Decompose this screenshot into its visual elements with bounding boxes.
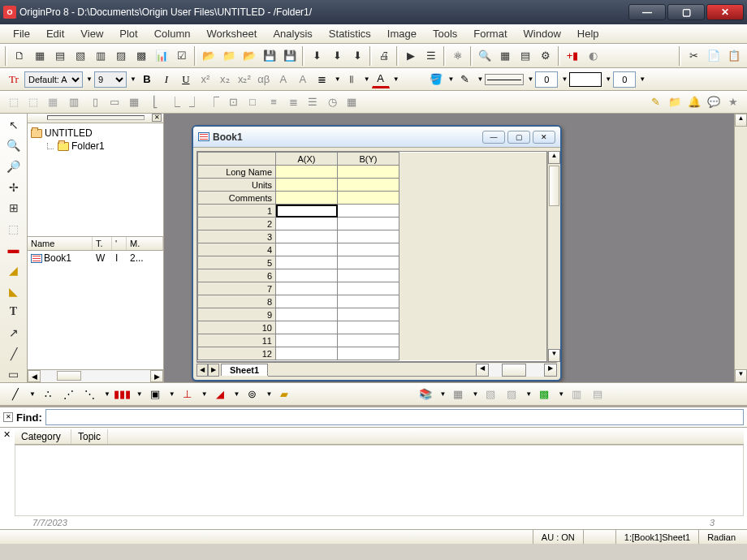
row-header[interactable]: 11 bbox=[198, 334, 276, 347]
chevron-down-icon[interactable]: ▼ bbox=[130, 75, 136, 83]
justify-icon[interactable]: ⫴ bbox=[343, 71, 361, 88]
find-close-icon[interactable]: ✕ bbox=[3, 412, 13, 422]
chevron-down-icon[interactable]: ▼ bbox=[335, 75, 341, 83]
fill-color-icon[interactable]: 🪣 bbox=[427, 71, 445, 88]
row-header[interactable]: 10 bbox=[198, 321, 276, 334]
chevron-down-icon[interactable]: ▼ bbox=[558, 390, 564, 398]
template-icon[interactable]: ☑ bbox=[172, 46, 192, 66]
italic-button[interactable]: I bbox=[158, 71, 175, 88]
col-category[interactable]: Category bbox=[15, 429, 71, 444]
mask2-icon[interactable]: ⬚ bbox=[24, 93, 42, 111]
bell-icon[interactable]: 🔔 bbox=[685, 93, 703, 111]
col-topic[interactable]: Topic bbox=[71, 429, 108, 444]
chevron-down-icon[interactable]: ▼ bbox=[104, 390, 110, 398]
results-close-icon[interactable]: ✕ bbox=[3, 429, 11, 437]
chevron-down-icon[interactable]: ▼ bbox=[364, 75, 370, 83]
decrease-font-icon[interactable]: A bbox=[294, 71, 312, 88]
line-color-icon[interactable]: ✎ bbox=[456, 71, 474, 88]
worksheet-grid[interactable]: A(X) B(Y) Long Name Units Comments 1 2 3… bbox=[196, 151, 547, 362]
find-input[interactable] bbox=[45, 409, 744, 425]
mask-icon[interactable]: ⬚ bbox=[5, 93, 23, 111]
row-header[interactable]: 3 bbox=[198, 230, 276, 243]
column-header-b[interactable]: B(Y) bbox=[338, 153, 399, 166]
save-icon[interactable]: 💾 bbox=[260, 46, 279, 66]
line-width-input[interactable] bbox=[535, 71, 558, 88]
menu-worksheet[interactable]: Worksheet bbox=[199, 26, 266, 41]
tree-project-node[interactable]: UNTITLED bbox=[29, 127, 162, 140]
column-plot-icon[interactable]: ▮▮▮ bbox=[114, 386, 132, 403]
import-multi-icon[interactable]: ⬇ bbox=[348, 46, 367, 66]
subscript-icon[interactable]: x₂ bbox=[216, 71, 234, 88]
vector-icon[interactable]: ▥ bbox=[568, 386, 585, 403]
open-template-icon[interactable]: 📁 bbox=[219, 46, 239, 66]
chevron-down-icon[interactable]: ▼ bbox=[639, 75, 646, 83]
duplicate-icon[interactable]: ☰ bbox=[421, 46, 441, 66]
import-single-icon[interactable]: ⬇ bbox=[327, 46, 347, 66]
explorer-list-body[interactable]: Book1 W I 2... bbox=[28, 251, 163, 369]
chevron-down-icon[interactable]: ▼ bbox=[448, 75, 455, 83]
sheet-vscroll[interactable]: ▲ ▼ bbox=[547, 151, 560, 362]
zoom-in-icon[interactable]: 🔍 bbox=[6, 138, 22, 154]
workbook-window[interactable]: Book1 — ▢ ✕ A(X) B(Y) bbox=[192, 125, 562, 381]
border-all-icon[interactable]: ⊡ bbox=[224, 93, 242, 111]
underline-button[interactable]: U bbox=[177, 71, 195, 88]
zoom-out-icon[interactable]: 🔎 bbox=[6, 158, 22, 174]
star-icon[interactable]: ★ bbox=[724, 93, 742, 111]
line-plot-icon[interactable]: ╱ bbox=[6, 386, 24, 403]
results-log-icon[interactable]: ◐ bbox=[583, 46, 602, 66]
mdi-close-button[interactable]: ✕ bbox=[533, 131, 555, 144]
menu-window[interactable]: Window bbox=[516, 26, 569, 41]
chevron-down-icon[interactable]: ▼ bbox=[234, 390, 240, 398]
new-layout-icon[interactable]: ▨ bbox=[111, 46, 131, 66]
chevron-down-icon[interactable]: ▼ bbox=[527, 75, 533, 83]
chevron-down-icon[interactable]: ▼ bbox=[393, 75, 399, 83]
chevron-down-icon[interactable]: ▼ bbox=[266, 390, 273, 398]
draw-data-icon[interactable]: ◣ bbox=[6, 283, 22, 299]
list-item[interactable]: Book1 W I 2... bbox=[28, 251, 163, 265]
font-size-select[interactable]: 9 bbox=[94, 71, 127, 88]
row-header[interactable]: 8 bbox=[198, 295, 276, 308]
folder-yellow-icon[interactable]: 📁 bbox=[666, 93, 684, 111]
hscroll-right-icon[interactable]: ▶ bbox=[544, 364, 557, 377]
scroll-left-icon[interactable]: ◀ bbox=[28, 370, 41, 382]
color-swatch[interactable] bbox=[569, 72, 602, 87]
template-lib-icon[interactable]: 📚 bbox=[417, 386, 434, 403]
new-workbook-icon[interactable]: ▦ bbox=[30, 46, 50, 66]
increase-font-icon[interactable]: A bbox=[274, 71, 292, 88]
slide-show-icon[interactable]: ▶ bbox=[401, 46, 421, 66]
menu-tools[interactable]: Tools bbox=[425, 26, 465, 41]
row-header[interactable]: 7 bbox=[198, 282, 276, 295]
chevron-down-icon[interactable]: ▼ bbox=[201, 390, 208, 398]
rescale-icon[interactable]: ✢ bbox=[6, 179, 22, 196]
new-matrix-icon[interactable]: ▥ bbox=[91, 46, 110, 66]
cloud-icon[interactable]: 💬 bbox=[705, 93, 723, 111]
menu-help[interactable]: Help bbox=[569, 26, 607, 41]
sheet-hscroll[interactable]: ◀ ▶ bbox=[476, 364, 557, 377]
row-header[interactable]: 9 bbox=[198, 308, 276, 321]
explorer-handle[interactable]: ✕ bbox=[28, 114, 163, 123]
menu-file[interactable]: File bbox=[5, 26, 38, 41]
menu-view[interactable]: View bbox=[72, 26, 111, 41]
new-project-icon[interactable]: 🗋 bbox=[10, 46, 29, 66]
chevron-down-icon[interactable]: ▼ bbox=[605, 75, 611, 83]
project-tree[interactable]: UNTITLED Folder1 bbox=[28, 123, 163, 237]
rectangle-tool-icon[interactable]: ▭ bbox=[6, 366, 22, 382]
ternary-icon[interactable]: ▤ bbox=[589, 386, 607, 403]
active-cell[interactable] bbox=[276, 205, 338, 218]
area-plot-icon[interactable]: ◢ bbox=[211, 386, 229, 403]
font-name-select[interactable]: Default: A bbox=[24, 71, 83, 88]
border-l-icon[interactable]: ⎣ bbox=[146, 93, 164, 111]
copy-icon[interactable]: 📄 bbox=[704, 46, 723, 66]
text-tool-icon[interactable]: T bbox=[6, 304, 22, 320]
scatter-plot-icon[interactable]: ∴ bbox=[39, 386, 57, 403]
explorer-close-icon[interactable]: ✕ bbox=[152, 114, 162, 122]
extract-icon[interactable]: ▥ bbox=[65, 93, 83, 111]
bold-button[interactable]: B bbox=[138, 71, 156, 88]
menu-analysis[interactable]: Analysis bbox=[265, 26, 320, 41]
surface-plot-icon[interactable]: ▰ bbox=[275, 386, 293, 403]
column-header-a[interactable]: A(X) bbox=[276, 153, 338, 166]
line-style-swatch[interactable] bbox=[485, 74, 524, 85]
cut-icon[interactable]: ✂ bbox=[684, 46, 703, 66]
border-box-icon[interactable]: □ bbox=[244, 93, 261, 111]
row-header[interactable]: 6 bbox=[198, 269, 276, 282]
